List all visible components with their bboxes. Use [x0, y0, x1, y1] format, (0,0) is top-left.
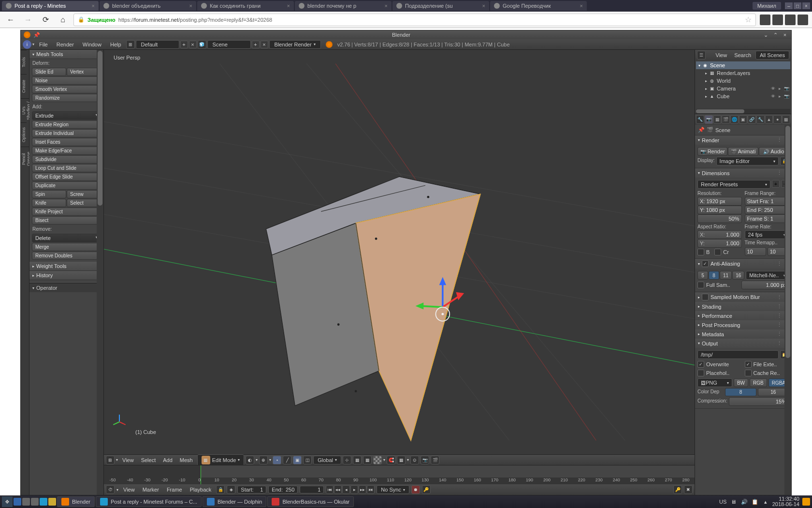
tab-material[interactable]: ●: [773, 115, 782, 124]
compression-field[interactable]: 15%: [729, 397, 789, 406]
remap-old-field[interactable]: 10: [745, 247, 766, 256]
tab-texture[interactable]: ▩: [782, 115, 790, 124]
range-icon[interactable]: ◈: [227, 485, 235, 494]
end-frame-field[interactable]: End F: 250: [745, 206, 789, 214]
limit-selection-icon[interactable]: ◫: [303, 456, 312, 464]
remove-scene-icon[interactable]: ×: [261, 41, 268, 48]
extension-icon[interactable]: [772, 15, 783, 25]
tool-delete[interactable]: Delete▾: [32, 234, 101, 242]
tool-extrude-region[interactable]: Extrude Region: [32, 120, 101, 129]
layers-icon[interactable]: ▦: [353, 456, 362, 464]
resolution-y-field[interactable]: Y: 1080 px: [697, 206, 742, 214]
placeholder-checkbox[interactable]: [697, 370, 704, 376]
tab-close-icon[interactable]: ×: [189, 3, 192, 9]
mode-dropdown[interactable]: ▦Edit Mode▾: [197, 454, 245, 466]
layout-dropdown[interactable]: Default: [136, 40, 179, 49]
tab-close-icon[interactable]: ×: [482, 3, 485, 9]
extension-icon[interactable]: [785, 15, 796, 25]
minimize-icon[interactable]: –: [785, 2, 793, 9]
section-anti-aliasing[interactable]: ▾Anti-Aliasing⋮⋮: [695, 259, 791, 269]
tool-duplicate[interactable]: Duplicate: [32, 181, 101, 190]
browser-tab[interactable]: Google Переводчик×: [490, 1, 587, 11]
remove-layout-icon[interactable]: ×: [189, 41, 197, 48]
home-icon[interactable]: ⌂: [56, 13, 70, 27]
select-edge-icon[interactable]: ╱: [283, 456, 291, 464]
browser-tab[interactable]: Как соединить грани×: [197, 1, 294, 11]
tool-extrude[interactable]: Extrude▾: [32, 111, 101, 120]
panel-header-mesh-tools[interactable]: ▾Mesh Tools: [29, 50, 103, 59]
section-render[interactable]: ▾Render⋮⋮: [695, 135, 791, 145]
tab-data[interactable]: ▲: [765, 115, 773, 124]
taskbar-launcher-icon[interactable]: [22, 498, 30, 506]
aa-samples-11[interactable]: 11: [720, 271, 732, 280]
select-face-icon[interactable]: ▣: [293, 456, 302, 464]
info-icon[interactable]: i: [23, 40, 31, 49]
render-anim-icon[interactable]: 🎬: [431, 456, 439, 464]
menu-mesh[interactable]: Mesh: [177, 457, 196, 463]
tool-extrude-individual[interactable]: Extrude Individual: [32, 129, 101, 137]
menu-render[interactable]: Render: [53, 42, 78, 47]
resolution-x-field[interactable]: X: 1920 px: [697, 197, 742, 206]
overwrite-checkbox[interactable]: [697, 361, 704, 368]
tab-close-icon[interactable]: ×: [385, 3, 388, 9]
menu-select[interactable]: Select: [138, 457, 159, 463]
tab-constraints[interactable]: 🔗: [748, 115, 756, 124]
jump-start-icon[interactable]: ⏮: [326, 485, 334, 494]
taskbar-app[interactable]: BlenderBasics-rus — Okular: [267, 496, 354, 507]
tab-render[interactable]: 📷: [705, 115, 713, 124]
extension-icon[interactable]: [760, 15, 770, 25]
url-input[interactable]: 🔒 Защищено https://forum.minetest.net/po…: [73, 14, 756, 26]
close-icon[interactable]: ×: [802, 2, 810, 9]
keyframe-next-icon[interactable]: ▸▸: [359, 485, 366, 494]
expand-tray-icon[interactable]: ▴: [762, 498, 769, 506]
manipulator-icon[interactable]: ⊹: [343, 456, 351, 464]
outliner-item[interactable]: ▸▣Camera👁▸📷: [696, 85, 790, 92]
chevron-up-icon[interactable]: ⌃: [772, 31, 779, 38]
clock[interactable]: 11:32:402018-06-14: [772, 496, 799, 507]
render-presets-dropdown[interactable]: Render Presets▾: [697, 180, 770, 189]
chevron-down-icon[interactable]: ⌄: [762, 31, 769, 38]
tool-select[interactable]: Select: [67, 199, 101, 207]
menu-icon[interactable]: [798, 15, 808, 25]
vtab-options[interactable]: Options: [21, 122, 27, 147]
pin-icon[interactable]: 📌: [33, 32, 40, 38]
color-rgb-button[interactable]: RGB: [750, 378, 767, 387]
outliner-item[interactable]: ▸▦RenderLayers: [696, 69, 790, 77]
depth-8-button[interactable]: 8: [725, 388, 756, 396]
tool-knife-project[interactable]: Knife Project: [32, 208, 101, 216]
tab-close-icon[interactable]: ×: [92, 3, 95, 9]
play-icon[interactable]: ▸: [350, 485, 358, 494]
menu-file[interactable]: File: [35, 42, 52, 47]
keyboard-layout-indicator[interactable]: US: [719, 498, 727, 506]
engine-dropdown[interactable]: Blender Render▾: [269, 40, 321, 49]
properties-scrollbar[interactable]: [784, 125, 791, 495]
full-sample-checkbox[interactable]: [697, 282, 704, 288]
editor-type-icon[interactable]: ☰: [697, 51, 706, 60]
timeline-ruler[interactable]: -50-40-30-20-100102030405060708090100110…: [104, 465, 695, 484]
auto-key-icon[interactable]: ⏺: [411, 485, 420, 494]
layers-icon[interactable]: ▦: [363, 456, 372, 464]
tool-bisect[interactable]: Bisect: [32, 216, 101, 224]
keying-set-icon[interactable]: 🔑: [422, 485, 431, 494]
sync-dropdown[interactable]: No Sync▾: [377, 485, 409, 494]
tab-modifiers[interactable]: 🔧: [756, 115, 765, 124]
start-frame-field[interactable]: Start Fra: 1: [745, 197, 789, 206]
menu-search[interactable]: Search: [731, 52, 754, 58]
section-metadata[interactable]: ▸Metadata⋮⋮: [695, 329, 791, 339]
tab-scene[interactable]: 🎬: [722, 115, 730, 124]
tool-make-edge-face[interactable]: Make Edge/Face: [32, 147, 101, 155]
vtab-create[interactable]: Create: [21, 74, 27, 98]
editor-type-icon[interactable]: 🔧: [696, 115, 704, 124]
tab-object[interactable]: ▣: [739, 115, 747, 124]
operator-panel[interactable]: ▾Operator: [29, 283, 103, 292]
outliner-item[interactable]: ▸▲Cube👁▸📷: [696, 92, 790, 100]
cache-checkbox[interactable]: [745, 370, 752, 376]
tab-render-layers[interactable]: ▦: [713, 115, 722, 124]
section-shading[interactable]: ▸Shading⋮⋮: [695, 302, 791, 311]
play-reverse-icon[interactable]: ◂: [342, 485, 350, 494]
current-frame-field[interactable]: 1: [300, 486, 324, 493]
smb-checkbox[interactable]: [702, 294, 709, 300]
tool-randomize[interactable]: Randomize: [32, 94, 101, 102]
close-icon[interactable]: ×: [782, 31, 788, 38]
tool-knife[interactable]: Knife: [32, 199, 66, 207]
